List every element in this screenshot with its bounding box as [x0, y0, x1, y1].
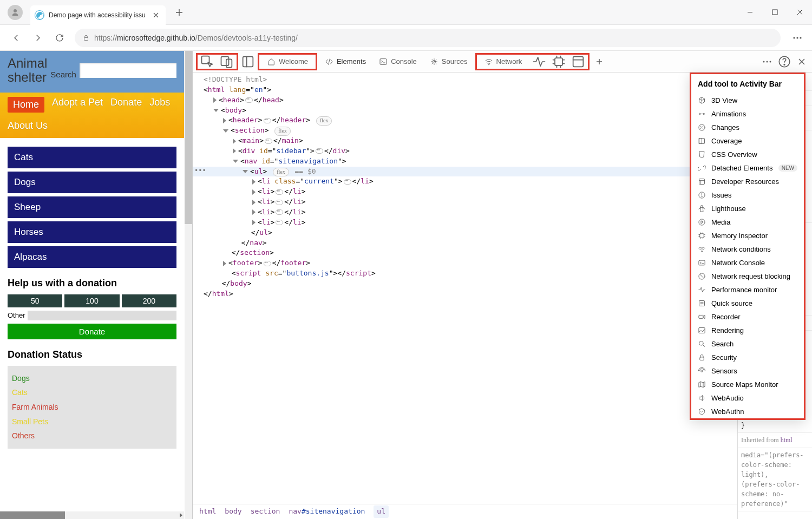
breadcrumb-item-selected[interactable]: ul [374, 505, 389, 518]
tab-sources[interactable]: Sources [424, 52, 473, 71]
dropdown-item[interactable]: WebAudio [691, 391, 804, 405]
tab-close-button[interactable] [152, 11, 160, 19]
devtools-more-button[interactable] [760, 55, 774, 69]
forward-button[interactable] [28, 28, 48, 48]
nav-jobs[interactable]: Jobs [149, 97, 170, 113]
tab-welcome[interactable]: Welcome [261, 52, 313, 71]
nav-adopt[interactable]: Adopt a Pet [52, 97, 103, 113]
dom-node[interactable]: <footer></footer> [193, 258, 737, 268]
dom-node-selected[interactable]: <ul> flex == $0 [193, 167, 737, 177]
tab-network[interactable]: Network [479, 52, 528, 71]
dropdown-item[interactable]: Quick source [691, 297, 804, 310]
breadcrumb-item[interactable]: body [225, 507, 241, 517]
inspect-element-button[interactable] [200, 54, 215, 69]
dropdown-item[interactable]: Sensors [691, 364, 804, 378]
dropdown-item[interactable]: Network request blocking [691, 270, 804, 283]
dom-node[interactable]: <head></head> [193, 95, 737, 106]
url-field[interactable]: https://microsoftedge.github.io/Demos/de… [75, 29, 781, 47]
performance-icon[interactable] [532, 54, 547, 69]
other-amount-input[interactable] [28, 311, 176, 320]
dom-node[interactable]: <header></header> flex [193, 115, 737, 126]
donate-button[interactable]: Donate [8, 324, 176, 339]
dom-node[interactable]: <main></main> [193, 136, 737, 146]
dom-node[interactable]: <li class="current"></li> [193, 176, 737, 187]
profile-avatar[interactable] [8, 5, 23, 20]
hscroll-right-button[interactable] [177, 511, 185, 519]
nav-donate[interactable]: Donate [110, 97, 142, 113]
back-button[interactable] [6, 28, 26, 48]
dropdown-item[interactable]: Animations [691, 107, 804, 121]
page-vscroll-thumb[interactable] [185, 51, 192, 224]
dom-node[interactable]: <section> flex [193, 126, 737, 136]
breadcrumb-item[interactable]: html [199, 507, 216, 517]
dom-node[interactable]: <div id="sidebar"></div> [193, 146, 737, 156]
dom-node[interactable]: </nav> [193, 238, 737, 248]
nav-home[interactable]: Home [8, 97, 44, 113]
dom-node[interactable]: <body> [193, 106, 737, 116]
dom-node[interactable]: </html> [193, 289, 737, 299]
dom-node[interactable]: </ul> [193, 228, 737, 238]
sidebar-item[interactable]: Alpacas [8, 246, 176, 268]
breadcrumb-item[interactable]: nav#sitenavigation [289, 507, 365, 517]
dom-tree[interactable]: ••• <!DOCTYPE html> <html lang="en"> <he… [193, 73, 737, 519]
style-rule[interactable]: media="(prefers-color-scheme: light),(pr… [738, 448, 812, 511]
dom-node[interactable]: </body> [193, 279, 737, 289]
dropdown-item[interactable]: Rendering [691, 324, 804, 337]
dropdown-item[interactable]: CSS Overview [691, 148, 804, 161]
tab-console[interactable]: Console [374, 52, 422, 71]
tab-title: Demo page with accessibility issu [49, 11, 147, 19]
device-emulation-button[interactable] [219, 54, 234, 69]
dropdown-item[interactable]: Changes [691, 121, 804, 134]
dock-toggle-button[interactable] [240, 54, 256, 69]
dropdown-item[interactable]: Search [691, 337, 804, 351]
dom-node[interactable]: <!DOCTYPE html> [193, 75, 737, 85]
dropdown-item[interactable]: Network Console [691, 256, 804, 270]
dom-node[interactable]: <li></li> [193, 187, 737, 197]
memory-chip-icon[interactable] [551, 54, 566, 69]
devtools-help-button[interactable] [777, 55, 791, 69]
settings-menu-button[interactable] [789, 30, 806, 46]
donation-amount-button[interactable]: 100 [64, 294, 119, 307]
dropdown-item[interactable]: WebAuthn [691, 405, 804, 418]
dropdown-item[interactable]: Media [691, 215, 804, 229]
dom-node[interactable]: <li></li> [193, 218, 737, 228]
minimize-button[interactable] [737, 0, 762, 25]
dom-node[interactable]: <li></li> [193, 207, 737, 218]
sidebar-item[interactable]: Dogs [8, 172, 176, 193]
more-tools-button[interactable] [592, 54, 607, 69]
nav-about[interactable]: About Us [8, 120, 48, 132]
dom-node[interactable]: <li></li> [193, 197, 737, 207]
dropdown-item[interactable]: Developer Resources [691, 175, 804, 188]
sidebar-item[interactable]: Cats [8, 147, 176, 168]
dropdown-item[interactable]: 3D View [691, 94, 804, 107]
dom-node[interactable]: </section> [193, 248, 737, 258]
donation-amount-button[interactable]: 50 [8, 294, 62, 307]
browser-tab[interactable]: Demo page with accessibility issu [30, 5, 166, 25]
dropdown-item[interactable]: Recorder [691, 310, 804, 324]
dropdown-item[interactable]: Security [691, 351, 804, 364]
donation-amount-button[interactable]: 200 [122, 294, 176, 307]
tab-elements[interactable]: Elements [319, 52, 371, 71]
dropdown-item[interactable]: Performance monitor [691, 283, 804, 297]
dropdown-item[interactable]: Detached ElementsNEW [691, 161, 804, 175]
sidebar-item[interactable]: Horses [8, 221, 176, 243]
dropdown-item[interactable]: Source Maps Monitor [691, 378, 804, 391]
close-window-button[interactable] [787, 0, 812, 25]
dom-node[interactable]: <html lang="en"> [193, 85, 737, 95]
dropdown-item[interactable]: Issues [691, 188, 804, 202]
dropdown-item[interactable]: Coverage [691, 134, 804, 148]
devtools-close-button[interactable] [795, 55, 809, 69]
application-icon[interactable] [571, 54, 586, 69]
maximize-button[interactable] [762, 0, 787, 25]
new-tab-button[interactable] [171, 4, 187, 21]
dom-node[interactable]: <nav id="sitenavigation"> [193, 156, 737, 167]
breadcrumb-item[interactable]: section [251, 507, 280, 517]
dropdown-item[interactable]: Memory Inspector [691, 229, 804, 242]
dom-node[interactable]: <script src="buttons.js"></script> [193, 268, 737, 279]
sidebar-item[interactable]: Sheep [8, 196, 176, 218]
dropdown-item[interactable]: Network conditions [691, 242, 804, 256]
page-hscroll-thumb[interactable] [0, 511, 65, 519]
search-input[interactable] [80, 63, 176, 78]
reload-button[interactable] [50, 28, 69, 48]
dropdown-item[interactable]: Lighthouse [691, 202, 804, 215]
